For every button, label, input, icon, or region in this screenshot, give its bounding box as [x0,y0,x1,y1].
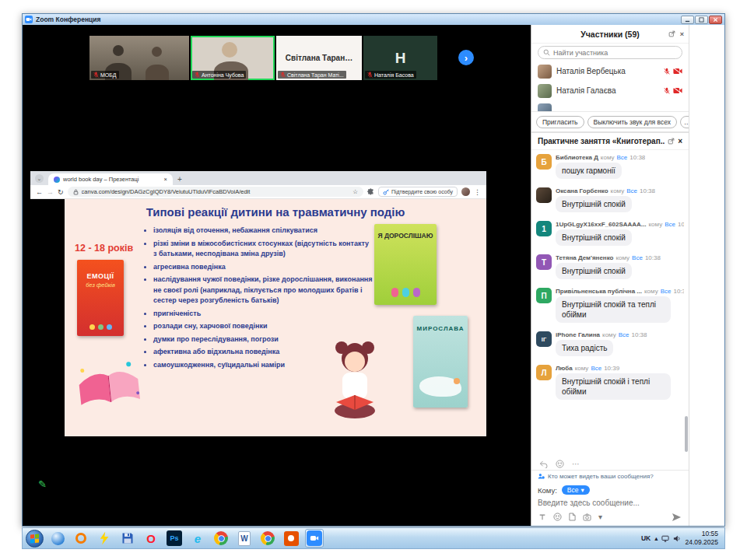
taskbar-app-lightning[interactable] [95,529,114,548]
screenshot-icon[interactable] [583,513,591,521]
taskbar-app-chrome[interactable] [212,529,230,548]
shared-browser-window: ⌄ world book day – Презентаці × + ← → ↻ [30,171,486,436]
taskbar-app-zoom[interactable] [305,529,324,548]
show-hidden-icons-arrow[interactable]: ▴ [654,534,658,542]
window-title: Zoom Конференция [36,16,678,23]
format-text-icon[interactable] [538,513,546,521]
new-tab-button[interactable]: + [177,175,182,184]
girl-reading-illustration [326,335,384,421]
popout-icon[interactable] [668,138,675,145]
participant-row[interactable]: Наталія Галаєва [531,81,689,100]
age-range-label: 12 - 18 років [75,243,133,254]
lock-icon [73,189,79,195]
video-tile-active-speaker[interactable]: Антоніна Чубова [191,36,275,80]
forward-icon[interactable]: → [47,188,54,196]
slide-bullet: пригніченість [153,309,373,320]
slide-bullet: різкі зміни в міжособистісних стосунках … [153,239,373,260]
chat-message: Л ЛюбакомуВсе10:39 Внутрішній спокій і т… [536,365,684,400]
browser-tab[interactable]: world book day – Презентаці × [48,173,173,185]
chat-scrollbar[interactable] [685,416,688,452]
avatar [538,65,552,79]
browser-profile-avatar[interactable] [461,187,470,196]
close-panel-icon[interactable]: × [680,30,684,38]
book-cover-myroslava: МИРОСЛАВА [413,316,468,408]
video-tile-camera-off[interactable]: Світлана Таран… Світлана Таран Маті... [276,36,362,80]
taskbar: O Ps e W UK ▴ 10:55 24.09.2025 [22,527,725,549]
meeting-main-area: МОБД Антоніна Чубова Світлана Таран… [23,25,531,526]
language-indicator[interactable]: UK [641,534,651,542]
emoji-icon[interactable] [556,460,564,468]
minimize-button[interactable] [681,16,694,24]
chat-message: ІГ iPhone ГалинакомуВсе10:38 Тиха радіст… [536,331,684,356]
emoji-icon[interactable] [553,513,562,521]
send-icon[interactable] [672,513,682,522]
tab-close-icon[interactable]: × [164,176,167,183]
taskbar-app-chrome-2[interactable] [258,529,277,548]
close-chat-icon[interactable]: × [678,137,682,145]
bookmark-star-icon[interactable]: ☆ [352,188,358,195]
message-meta: Оксана ГорбенкокомуВсе10:38 [556,187,655,194]
chevron-down-icon[interactable]: ▾ [598,513,602,521]
next-participants-arrow[interactable]: › [458,50,474,65]
mute-all-button[interactable]: Выключить звук для всех [587,116,678,128]
more-reactions-icon[interactable]: ⋯ [572,460,580,468]
privacy-note[interactable]: Кто может видеть ваши сообщения? [531,470,689,482]
participants-actions: Пригласить Выключить звук для всех … [531,111,689,131]
canva-favicon [54,177,60,183]
reload-icon[interactable]: ↻ [58,188,64,196]
chat-header: Практичне заняття «Книготерап... × [531,133,689,150]
message-meta: ЛюбакомуВсе10:39 [556,365,671,372]
reply-icon[interactable] [539,460,548,468]
participant-row[interactable] [531,100,689,111]
video-tile-initial[interactable]: Н Наталія Басова [363,36,437,80]
display-tray-icon[interactable] [661,535,669,542]
taskbar-app-media-player[interactable] [72,529,90,548]
taskbar-app-blue-sphere[interactable] [48,529,67,548]
taskbar-app-internet-explorer[interactable]: e [188,529,207,548]
chat-message: П Привільненська публічна ...комуВсе10:3… [536,288,684,323]
address-bar[interactable]: canva.com/design/DAGzCgIQDY8/VeiutuUTldu… [68,187,363,197]
mic-off-icon [280,72,286,78]
taskbar-app-photoshop[interactable]: Ps [165,529,184,548]
tile-name-label: МОБД [91,71,119,79]
panel-gutter [689,25,724,526]
invite-button[interactable]: Пригласить [536,116,584,128]
search-input[interactable] [553,49,677,57]
tile-display-name: Світлана Таран… [282,54,356,62]
message-input[interactable] [538,499,682,507]
annotation-pencil-icon[interactable]: ✎ [38,478,47,490]
chat-message: 1 1UpGLgyX16xxF_602SAAAA...комуВсе10:38 … [536,221,684,246]
recipient-dropdown[interactable]: Все ▾ [562,485,590,495]
tab-search-icon[interactable]: ⌄ [35,174,44,183]
verify-identity-chip[interactable]: Підтвердите свою особу [378,187,458,197]
browser-menu-icon[interactable]: ⋮ [474,188,481,196]
message-meta: Тетяна Дем'яненкокомуВсе10:38 [556,254,661,261]
back-icon[interactable]: ← [36,188,43,196]
tab-title: world book day – Презентаці [63,176,161,183]
taskbar-app-word[interactable]: W [235,529,254,548]
tile-name-label: Світлана Таран Маті... [278,71,346,79]
taskbar-app-opera[interactable]: O [142,529,160,548]
message-text: Внутрішній спокій та теплі обійми [556,296,671,323]
participant-silhouette [113,45,124,56]
desktop: Zoom Конференция [0,0,747,560]
taskbar-app-save[interactable] [118,529,137,548]
key-icon [383,189,389,195]
chat-panel: Практичне заняття «Книготерап... × Б Биб… [531,131,689,526]
windows-start-button[interactable] [26,530,44,548]
mic-off-icon [93,72,99,78]
taskbar-clock[interactable]: 10:55 24.09.2025 [685,530,718,546]
popout-icon[interactable] [668,30,675,37]
close-button[interactable] [709,16,722,24]
extensions-puzzle-icon[interactable] [367,188,374,195]
attach-file-icon[interactable] [569,513,576,521]
maximize-button[interactable] [695,16,708,24]
volume-tray-icon[interactable] [673,535,681,542]
tile-name-label: Антоніна Чубова [192,71,246,79]
taskbar-app-recorder[interactable] [282,529,300,548]
system-tray: UK ▴ 10:55 24.09.2025 [641,530,721,546]
window-titlebar: Zoom Конференция [23,14,724,25]
avatar: Т [536,254,552,270]
participant-row[interactable]: Наталія Вербецька [531,61,689,81]
video-tile[interactable]: МОБД [89,36,189,80]
